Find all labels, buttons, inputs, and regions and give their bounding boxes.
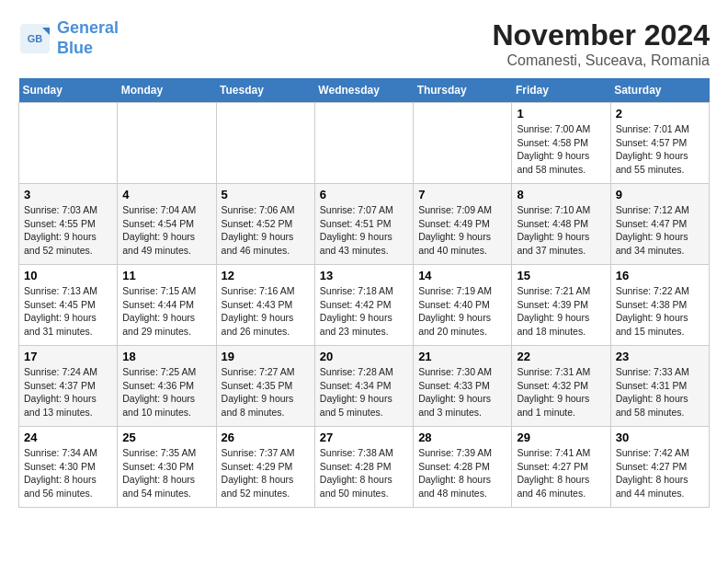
day-number: 15 <box>517 269 605 282</box>
day-number: 18 <box>122 350 210 363</box>
weekday-header: Friday <box>512 78 610 103</box>
day-number: 21 <box>418 350 506 363</box>
calendar-cell <box>19 103 118 184</box>
logo-icon: GB <box>18 22 51 55</box>
calendar-cell: 3Sunrise: 7:03 AM Sunset: 4:55 PM Daylig… <box>19 184 118 265</box>
calendar-cell: 19Sunrise: 7:27 AM Sunset: 4:35 PM Dayli… <box>216 346 314 427</box>
day-info: Sunrise: 7:28 AM Sunset: 4:34 PM Dayligh… <box>320 365 408 419</box>
day-info: Sunrise: 7:13 AM Sunset: 4:45 PM Dayligh… <box>24 284 112 339</box>
day-info: Sunrise: 7:24 AM Sunset: 4:37 PM Dayligh… <box>24 365 112 419</box>
day-info: Sunrise: 7:37 AM Sunset: 4:29 PM Dayligh… <box>222 446 310 500</box>
day-number: 4 <box>122 188 210 201</box>
day-number: 9 <box>616 188 704 201</box>
day-info: Sunrise: 7:06 AM Sunset: 4:52 PM Dayligh… <box>222 203 310 258</box>
calendar-cell: 21Sunrise: 7:30 AM Sunset: 4:33 PM Dayli… <box>414 346 512 427</box>
day-info: Sunrise: 7:33 AM Sunset: 4:31 PM Dayligh… <box>616 365 704 419</box>
calendar-cell: 6Sunrise: 7:07 AM Sunset: 4:51 PM Daylig… <box>314 184 413 265</box>
day-info: Sunrise: 7:07 AM Sunset: 4:51 PM Dayligh… <box>320 203 408 258</box>
day-info: Sunrise: 7:25 AM Sunset: 4:36 PM Dayligh… <box>122 365 210 419</box>
calendar-table: SundayMondayTuesdayWednesdayThursdayFrid… <box>18 78 710 508</box>
calendar-cell: 5Sunrise: 7:06 AM Sunset: 4:52 PM Daylig… <box>216 184 314 265</box>
day-info: Sunrise: 7:34 AM Sunset: 4:30 PM Dayligh… <box>24 446 112 500</box>
day-number: 17 <box>24 350 112 363</box>
calendar-cell: 13Sunrise: 7:18 AM Sunset: 4:42 PM Dayli… <box>314 265 413 346</box>
day-number: 10 <box>24 269 112 282</box>
calendar-week-row: 24Sunrise: 7:34 AM Sunset: 4:30 PM Dayli… <box>19 427 710 508</box>
day-number: 27 <box>320 431 408 444</box>
day-info: Sunrise: 7:38 AM Sunset: 4:28 PM Dayligh… <box>320 446 408 500</box>
calendar-cell: 1Sunrise: 7:00 AM Sunset: 4:58 PM Daylig… <box>512 103 610 184</box>
calendar-cell: 28Sunrise: 7:39 AM Sunset: 4:28 PM Dayli… <box>414 427 512 508</box>
calendar-cell <box>216 103 314 184</box>
day-info: Sunrise: 7:42 AM Sunset: 4:27 PM Dayligh… <box>616 446 704 500</box>
day-number: 5 <box>222 188 310 201</box>
calendar-cell: 17Sunrise: 7:24 AM Sunset: 4:37 PM Dayli… <box>19 346 118 427</box>
day-number: 25 <box>122 431 210 444</box>
weekday-header: Saturday <box>610 78 709 103</box>
day-info: Sunrise: 7:19 AM Sunset: 4:40 PM Dayligh… <box>418 284 506 339</box>
day-number: 26 <box>222 431 310 444</box>
svg-text:GB: GB <box>28 33 43 44</box>
day-info: Sunrise: 7:22 AM Sunset: 4:38 PM Dayligh… <box>616 284 704 339</box>
day-info: Sunrise: 7:04 AM Sunset: 4:54 PM Dayligh… <box>122 203 210 258</box>
day-number: 11 <box>122 269 210 282</box>
day-number: 30 <box>616 431 704 444</box>
weekday-header: Wednesday <box>314 78 413 103</box>
calendar-cell: 11Sunrise: 7:15 AM Sunset: 4:44 PM Dayli… <box>118 265 216 346</box>
page-subtitle: Comanesti, Suceava, Romania <box>492 52 710 69</box>
day-number: 3 <box>24 188 112 201</box>
day-info: Sunrise: 7:16 AM Sunset: 4:43 PM Dayligh… <box>222 284 310 339</box>
page-header: GB General Blue November 2024 Comanesti,… <box>18 18 710 69</box>
day-number: 8 <box>517 188 605 201</box>
day-info: Sunrise: 7:01 AM Sunset: 4:57 PM Dayligh… <box>616 122 704 177</box>
logo: GB General Blue <box>18 18 119 58</box>
calendar-cell: 16Sunrise: 7:22 AM Sunset: 4:38 PM Dayli… <box>610 265 709 346</box>
day-number: 24 <box>24 431 112 444</box>
day-number: 16 <box>616 269 704 282</box>
calendar-cell: 22Sunrise: 7:31 AM Sunset: 4:32 PM Dayli… <box>512 346 610 427</box>
calendar-cell: 23Sunrise: 7:33 AM Sunset: 4:31 PM Dayli… <box>610 346 709 427</box>
calendar-cell: 27Sunrise: 7:38 AM Sunset: 4:28 PM Dayli… <box>314 427 413 508</box>
day-info: Sunrise: 7:35 AM Sunset: 4:30 PM Dayligh… <box>122 446 210 500</box>
day-number: 2 <box>616 107 704 121</box>
day-info: Sunrise: 7:15 AM Sunset: 4:44 PM Dayligh… <box>122 284 210 339</box>
calendar-cell: 29Sunrise: 7:41 AM Sunset: 4:27 PM Dayli… <box>512 427 610 508</box>
day-info: Sunrise: 7:39 AM Sunset: 4:28 PM Dayligh… <box>418 446 506 500</box>
calendar-cell: 24Sunrise: 7:34 AM Sunset: 4:30 PM Dayli… <box>19 427 118 508</box>
day-info: Sunrise: 7:12 AM Sunset: 4:47 PM Dayligh… <box>616 203 704 258</box>
day-info: Sunrise: 7:30 AM Sunset: 4:33 PM Dayligh… <box>418 365 506 419</box>
calendar-cell: 9Sunrise: 7:12 AM Sunset: 4:47 PM Daylig… <box>610 184 709 265</box>
day-number: 28 <box>418 431 506 444</box>
calendar-cell: 7Sunrise: 7:09 AM Sunset: 4:49 PM Daylig… <box>414 184 512 265</box>
logo-text: General Blue <box>57 18 119 58</box>
calendar-cell: 30Sunrise: 7:42 AM Sunset: 4:27 PM Dayli… <box>610 427 709 508</box>
day-info: Sunrise: 7:31 AM Sunset: 4:32 PM Dayligh… <box>517 365 605 419</box>
weekday-header: Thursday <box>414 78 512 103</box>
day-number: 7 <box>418 188 506 201</box>
day-info: Sunrise: 7:21 AM Sunset: 4:39 PM Dayligh… <box>517 284 605 339</box>
calendar-cell <box>314 103 413 184</box>
day-number: 19 <box>222 350 310 363</box>
day-number: 22 <box>517 350 605 363</box>
day-number: 1 <box>517 107 605 121</box>
calendar-cell: 8Sunrise: 7:10 AM Sunset: 4:48 PM Daylig… <box>512 184 610 265</box>
day-number: 13 <box>320 269 408 282</box>
weekday-header: Sunday <box>19 78 118 103</box>
calendar-cell: 12Sunrise: 7:16 AM Sunset: 4:43 PM Dayli… <box>216 265 314 346</box>
day-info: Sunrise: 7:41 AM Sunset: 4:27 PM Dayligh… <box>517 446 605 500</box>
logo-line1: General <box>57 18 119 37</box>
calendar-cell <box>414 103 512 184</box>
calendar-week-row: 17Sunrise: 7:24 AM Sunset: 4:37 PM Dayli… <box>19 346 710 427</box>
day-info: Sunrise: 7:18 AM Sunset: 4:42 PM Dayligh… <box>320 284 408 339</box>
calendar-cell: 18Sunrise: 7:25 AM Sunset: 4:36 PM Dayli… <box>118 346 216 427</box>
weekday-header: Tuesday <box>216 78 314 103</box>
day-info: Sunrise: 7:00 AM Sunset: 4:58 PM Dayligh… <box>517 122 605 177</box>
day-number: 23 <box>616 350 704 363</box>
calendar-cell: 15Sunrise: 7:21 AM Sunset: 4:39 PM Dayli… <box>512 265 610 346</box>
day-number: 29 <box>517 431 605 444</box>
day-number: 12 <box>222 269 310 282</box>
title-block: November 2024 Comanesti, Suceava, Romani… <box>492 18 710 69</box>
weekday-header: Monday <box>118 78 216 103</box>
calendar-week-row: 3Sunrise: 7:03 AM Sunset: 4:55 PM Daylig… <box>19 184 710 265</box>
calendar-cell: 10Sunrise: 7:13 AM Sunset: 4:45 PM Dayli… <box>19 265 118 346</box>
